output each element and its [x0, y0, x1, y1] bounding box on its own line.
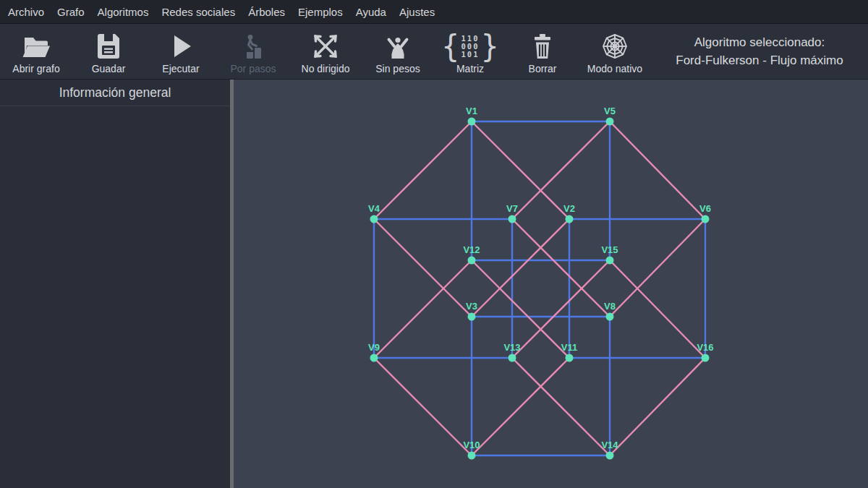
undirected-button[interactable]: No dirigido — [289, 24, 362, 79]
spider-web-icon — [599, 30, 631, 63]
menu-redes-sociales[interactable]: Redes sociales — [155, 0, 242, 24]
graph-node-V1[interactable] — [468, 118, 476, 126]
graph-node-V2[interactable] — [566, 215, 574, 223]
graph-edge-V3-V4[interactable] — [374, 219, 472, 317]
graph-node-V9[interactable] — [370, 354, 378, 362]
matrix-row: 110 — [461, 35, 480, 43]
save-button[interactable]: Guadar — [72, 24, 145, 79]
save-floppy-icon — [94, 30, 123, 63]
graph-canvas[interactable]: V1V5V4V7V2V6V12V15V3V8V9V13V11V16V10V14 — [234, 80, 868, 488]
delete-button[interactable]: Borrar — [506, 24, 579, 79]
graph-node-V14[interactable] — [606, 452, 614, 460]
selected-algorithm-status: Algoritmo seleccionado: Ford-Fulkerson -… — [651, 24, 868, 79]
graph-area: V1V5V4V7V2V6V12V15V3V8V9V13V11V16V10V14 — [234, 80, 868, 488]
menu-ajustes[interactable]: Ajustes — [393, 0, 441, 24]
graph-node-label-V5: V5 — [604, 106, 616, 116]
open-folder-icon — [20, 30, 52, 63]
graph-edge-V9-V12[interactable] — [374, 260, 472, 358]
graph-node-V4[interactable] — [370, 215, 378, 223]
graph-edge-V16-V14[interactable] — [610, 358, 705, 455]
graph-node-label-V3: V3 — [466, 301, 477, 312]
menu-ayuda[interactable]: Ayuda — [349, 0, 393, 24]
tool-label: Matriz — [456, 63, 484, 74]
graph-node-V13[interactable] — [509, 354, 516, 362]
graph-node-label-V13: V13 — [503, 342, 520, 353]
status-line1: Algoritmo seleccionado: — [694, 33, 825, 51]
steps-icon — [239, 30, 268, 63]
menu-arboles[interactable]: Árboles — [242, 0, 292, 24]
app-window: Archivo Grafo Algoritmos Redes sociales … — [0, 0, 868, 488]
tool-label: Guadar — [92, 63, 126, 74]
tool-label: Ejecutar — [162, 63, 199, 74]
graph-node-label-V15: V15 — [601, 244, 618, 255]
graph-edge-V2-V3[interactable] — [472, 219, 569, 317]
info-sidebar: Información general — [0, 80, 230, 488]
graph-node-label-V10: V10 — [463, 440, 480, 450]
matrix-button[interactable]: { 110 000 101 } Matriz — [434, 24, 506, 79]
graph-node-label-V7: V7 — [506, 203, 518, 214]
crossed-arrows-icon — [310, 30, 341, 63]
tool-label: Abrir grafo — [12, 63, 59, 74]
tool-label: Sin pesos — [375, 63, 420, 74]
open-graph-button[interactable]: Abrir grafo — [0, 24, 72, 79]
graph-edge-V4-V1[interactable] — [374, 121, 472, 219]
tool-label: Modo nativo — [587, 63, 642, 74]
menu-bar: Archivo Grafo Algoritmos Redes sociales … — [0, 0, 868, 24]
graph-node-V8[interactable] — [606, 313, 614, 321]
graph-node-V6[interactable] — [702, 215, 710, 223]
weight-icon — [382, 30, 414, 63]
menu-archivo[interactable]: Archivo — [1, 0, 51, 24]
play-icon — [166, 30, 195, 63]
brace-right: } — [480, 31, 498, 61]
graph-edge-V6-V8[interactable] — [610, 219, 705, 317]
graph-node-label-V2: V2 — [563, 203, 575, 214]
graph-node-label-V11: V11 — [561, 342, 577, 353]
graph-node-V16[interactable] — [702, 354, 710, 362]
matrix-row: 000 — [461, 43, 480, 51]
graph-node-V10[interactable] — [468, 452, 476, 460]
matrix-braces-icon: { 110 000 101 } — [441, 30, 499, 63]
graph-node-V12[interactable] — [468, 257, 476, 265]
graph-node-label-V6: V6 — [699, 203, 711, 214]
sidebar-title: Información general — [0, 80, 230, 106]
trash-icon — [528, 30, 557, 63]
graph-node-label-V4: V4 — [368, 203, 380, 214]
graph-node-V3[interactable] — [468, 313, 476, 321]
graph-node-label-V16: V16 — [697, 342, 713, 353]
tool-label: Borrar — [529, 63, 557, 74]
graph-node-V11[interactable] — [566, 354, 574, 362]
graph-node-label-V14: V14 — [601, 440, 618, 450]
tool-label: No dirigido — [302, 63, 350, 74]
graph-edge-V7-V5[interactable] — [512, 121, 610, 219]
graph-node-V15[interactable] — [606, 257, 614, 265]
graph-edge-V10-V9[interactable] — [374, 358, 472, 455]
graph-node-label-V1: V1 — [466, 106, 477, 116]
graph-edge-V14-V13[interactable] — [512, 358, 610, 455]
menu-ejemplos[interactable]: Ejemplos — [292, 0, 349, 24]
run-button[interactable]: Ejecutar — [145, 24, 217, 79]
graph-node-V7[interactable] — [509, 215, 516, 223]
graph-node-label-V12: V12 — [463, 244, 480, 255]
graph-edge-V15-V16[interactable] — [610, 260, 705, 358]
graph-edge-V1-V2[interactable] — [472, 121, 569, 219]
unweighted-button[interactable]: Sin pesos — [362, 24, 434, 79]
status-line2: Ford-Fulkerson - Flujo máximo — [676, 51, 843, 69]
graph-edge-V8-V7[interactable] — [512, 219, 610, 317]
matrix-row: 101 — [461, 51, 480, 59]
graph-node-label-V8: V8 — [604, 301, 616, 312]
tool-label: Por pasos — [230, 63, 276, 74]
step-by-step-button[interactable]: Por pasos — [217, 24, 289, 79]
brace-left: { — [441, 31, 459, 61]
menu-algoritmos[interactable]: Algoritmos — [91, 0, 156, 24]
native-mode-button[interactable]: Modo nativo — [579, 24, 651, 79]
graph-node-V5[interactable] — [606, 118, 614, 126]
menu-grafo[interactable]: Grafo — [51, 0, 91, 24]
graph-node-label-V9: V9 — [368, 342, 380, 353]
graph-edge-V5-V6[interactable] — [610, 121, 705, 219]
toolbar: Abrir grafo Guadar Ejecutar — [0, 24, 868, 80]
graph-edge-V11-V10[interactable] — [472, 358, 569, 455]
